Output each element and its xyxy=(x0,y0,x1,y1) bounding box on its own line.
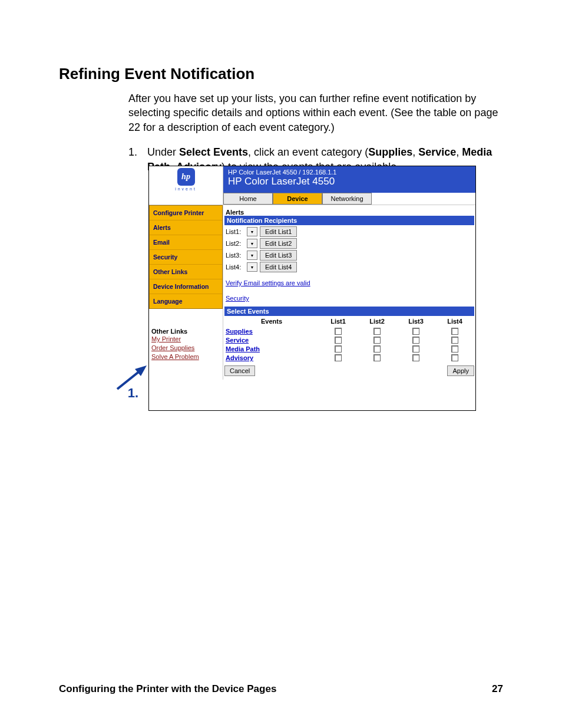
step-bold: Supplies xyxy=(368,146,412,158)
checkbox-advisory-list3[interactable] xyxy=(412,354,419,361)
col-events: Events xyxy=(224,316,319,327)
step-bold: Service xyxy=(418,146,456,158)
hp-logo-icon: hp xyxy=(177,168,195,186)
verify-email-link[interactable]: Verify Email settings are valid xyxy=(226,279,310,286)
checkbox-mediapath-list3[interactable] xyxy=(412,345,419,353)
sidebar-item-device-information[interactable]: Device Information xyxy=(150,279,222,294)
sidebar-item-security[interactable]: Security xyxy=(150,250,222,265)
checkbox-supplies-list4[interactable] xyxy=(451,328,458,335)
table-row: Media Path xyxy=(224,344,474,353)
checkbox-advisory-list1[interactable] xyxy=(335,354,342,361)
callout-arrow-icon xyxy=(114,365,147,393)
device-address: HP Color LaserJet 4550 / 192.168.1.1 xyxy=(228,169,471,176)
list4-label: List4: xyxy=(226,263,244,271)
checkbox-mediapath-list4[interactable] xyxy=(451,345,458,353)
checkbox-advisory-list2[interactable] xyxy=(373,354,381,361)
checkbox-supplies-list1[interactable] xyxy=(335,328,342,335)
event-media-path-link[interactable]: Media Path xyxy=(226,345,260,353)
table-row: Service xyxy=(224,335,474,344)
embedded-screenshot: 1. hp invent HP Color LaserJet 4550 / 19… xyxy=(148,166,476,411)
tab-networking[interactable]: Networking xyxy=(322,193,372,205)
step-text: Under xyxy=(147,146,179,158)
event-advisory-link[interactable]: Advisory xyxy=(226,354,253,361)
intro-paragraph: After you have set up your lists, you ca… xyxy=(128,91,503,134)
security-link[interactable]: Security xyxy=(226,295,249,302)
checkbox-service-list4[interactable] xyxy=(451,337,458,344)
checkbox-service-list2[interactable] xyxy=(373,337,381,344)
event-service-link[interactable]: Service xyxy=(226,337,249,344)
edit-list4-button[interactable]: Edit List4 xyxy=(260,262,297,272)
edit-list2-button[interactable]: Edit List2 xyxy=(260,238,297,249)
section-heading: Refining Event Notification xyxy=(59,65,503,83)
checkbox-supplies-list3[interactable] xyxy=(412,328,419,335)
edit-list3-button[interactable]: Edit List3 xyxy=(260,250,297,261)
checkbox-advisory-list4[interactable] xyxy=(451,354,458,361)
events-table: Events List1 List2 List3 List4 Supplies xyxy=(224,316,474,362)
svg-line-0 xyxy=(117,370,141,389)
link-order-supplies[interactable]: Order Supplies xyxy=(151,344,220,353)
step-text: , click an event category ( xyxy=(248,146,368,158)
alerts-heading: Alerts xyxy=(224,209,474,216)
apply-button[interactable]: Apply xyxy=(447,365,474,376)
other-links-heading: Other Links xyxy=(151,328,220,335)
tab-device[interactable]: Device xyxy=(273,193,322,205)
checkbox-mediapath-list1[interactable] xyxy=(335,345,342,353)
edit-list1-button[interactable]: Edit List1 xyxy=(260,226,297,237)
link-my-printer[interactable]: My Printer xyxy=(151,335,220,344)
footer-title: Configuring the Printer with the Device … xyxy=(59,683,276,695)
list4-dropdown[interactable] xyxy=(247,262,257,272)
notification-recipients-header: Notification Recipients xyxy=(224,216,474,225)
checkbox-service-list1[interactable] xyxy=(335,337,342,344)
sidebar-item-alerts[interactable]: Alerts xyxy=(150,220,222,235)
step-text: , xyxy=(456,146,462,158)
hp-logo-sub: invent xyxy=(175,187,197,191)
sidebar-item-other-links[interactable]: Other Links xyxy=(150,265,222,279)
checkbox-service-list3[interactable] xyxy=(412,337,419,344)
col-list3: List3 xyxy=(396,316,435,327)
checkbox-mediapath-list2[interactable] xyxy=(373,345,381,353)
select-events-header: Select Events xyxy=(224,307,474,316)
sidebar-item-email[interactable]: Email xyxy=(150,235,222,250)
list1-dropdown[interactable] xyxy=(247,227,257,236)
page-number: 27 xyxy=(492,683,503,695)
col-list1: List1 xyxy=(319,316,358,327)
list3-dropdown[interactable] xyxy=(247,251,257,260)
sidebar-item-configure-printer[interactable]: Configure Printer xyxy=(150,206,222,220)
list3-label: List3: xyxy=(226,252,244,259)
step-number: 1. xyxy=(128,145,141,174)
hp-logo: hp invent xyxy=(149,166,223,193)
table-row: Supplies xyxy=(224,327,474,335)
sidebar-nav: Configure Printer Alerts Email Security … xyxy=(149,205,223,309)
col-list4: List4 xyxy=(435,316,474,327)
event-supplies-link[interactable]: Supplies xyxy=(226,328,253,335)
tab-home[interactable]: Home xyxy=(223,193,273,205)
list1-label: List1: xyxy=(226,228,244,235)
table-row: Advisory xyxy=(224,353,474,362)
list2-dropdown[interactable] xyxy=(247,239,257,248)
col-list2: List2 xyxy=(358,316,396,327)
step-bold: Select Events xyxy=(179,146,248,158)
device-title: HP Color LaserJet 4550 xyxy=(228,176,471,187)
checkbox-supplies-list2[interactable] xyxy=(373,328,381,335)
step-text: , xyxy=(412,146,418,158)
other-links-section: Other Links My Printer Order Supplies So… xyxy=(149,328,223,361)
cancel-button[interactable]: Cancel xyxy=(224,365,255,376)
sidebar-item-language[interactable]: Language xyxy=(150,294,222,308)
link-solve-a-problem[interactable]: Solve A Problem xyxy=(151,353,220,361)
list2-label: List2: xyxy=(226,240,244,247)
